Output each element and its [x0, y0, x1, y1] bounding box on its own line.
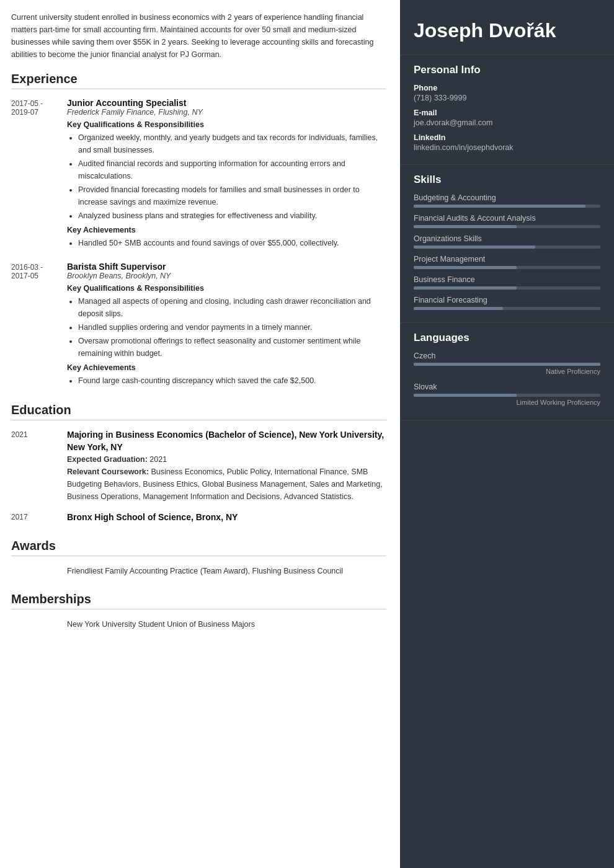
skills-section: Skills Budgeting & AccountingFinancial A…: [400, 165, 614, 323]
phone-label: Phone: [414, 84, 600, 92]
exp-qual-item-0-1: Audited financial records and supporting…: [78, 157, 386, 182]
awards-container: Friendliest Family Accounting Practice (…: [11, 565, 386, 577]
languages-container: CzechNative ProficiencySlovakLimited Wor…: [414, 352, 600, 406]
exp-qual-item-1-2: Oversaw promotional offerings to reflect…: [78, 335, 386, 360]
summary-text: Current university student enrolled in b…: [11, 11, 386, 61]
exp-company-0: Frederick Family Finance, Flushing, NY: [67, 108, 386, 117]
exp-qual-item-0-2: Provided financial forecasting models fo…: [78, 184, 386, 208]
edu-year-0: 2021: [11, 429, 67, 503]
skill-bar-fill-5: [414, 307, 503, 310]
skill-item-1: Financial Audits & Account Analysis: [414, 214, 600, 228]
award-entry-0: Friendliest Family Accounting Practice (…: [11, 565, 386, 577]
exp-dates-0: 2017-05 - 2019-07: [11, 98, 67, 250]
edu-expected-0: Expected Graduation: 2021: [67, 455, 386, 464]
left-panel: Current university student enrolled in b…: [0, 0, 400, 868]
lang-bar-bg-0: [414, 363, 600, 366]
exp-ach-list-0: Handled 50+ SMB accounts and found savin…: [67, 237, 386, 249]
memberships-container: New York University Student Union of Bus…: [11, 618, 386, 631]
skill-bar-bg-5: [414, 307, 600, 310]
lang-name-1: Slovak: [414, 383, 600, 391]
exp-content-1: Barista Shift SupervisorBrooklyn Beans, …: [67, 262, 386, 388]
edu-title-0: Majoring in Business Economics (Bachelor…: [67, 429, 386, 453]
exp-title-1: Barista Shift Supervisor: [67, 262, 386, 272]
skill-item-2: Organizations Skills: [414, 234, 600, 249]
name-block: Joseph Dvořák: [400, 0, 614, 55]
skill-bar-fill-3: [414, 266, 517, 269]
exp-qual-list-1: Managed all aspects of opening and closi…: [67, 295, 386, 360]
exp-qual-item-1-1: Handled supplies ordering and vendor pay…: [78, 321, 386, 334]
membership-entry-0: New York University Student Union of Bus…: [11, 618, 386, 631]
education-section: Education 2021Majoring in Business Econo…: [11, 403, 386, 524]
skill-name-2: Organizations Skills: [414, 234, 600, 243]
skill-bar-fill-0: [414, 205, 585, 208]
skill-name-5: Financial Forecasting: [414, 296, 600, 304]
skill-name-0: Budgeting & Accounting: [414, 193, 600, 202]
phone-value: (718) 333-9999: [414, 94, 600, 102]
edu-year-1: 2017: [11, 512, 67, 524]
email-label: E-mail: [414, 108, 600, 117]
skill-bar-bg-2: [414, 246, 600, 249]
lang-level-0: Native Proficiency: [414, 368, 600, 375]
linkedin-value: linkedin.com/in/josephdvorak: [414, 143, 600, 152]
experience-section: Experience 2017-05 - 2019-07Junior Accou…: [11, 72, 386, 388]
exp-ach-item-0-0: Handled 50+ SMB accounts and found savin…: [78, 237, 386, 249]
awards-section: Awards Friendliest Family Accounting Pra…: [11, 539, 386, 577]
lang-bar-bg-1: [414, 394, 600, 397]
award-content-0: Friendliest Family Accounting Practice (…: [67, 565, 386, 577]
exp-company-1: Brooklyn Beans, Brooklyn, NY: [67, 272, 386, 280]
skills-container: Budgeting & AccountingFinancial Audits &…: [414, 193, 600, 310]
exp-qual-item-0-0: Organized weekly, monthly, and yearly bu…: [78, 131, 386, 156]
exp-qual-label-0: Key Qualifications & Responsibilities: [67, 120, 386, 129]
skill-name-4: Business Finance: [414, 275, 600, 284]
skill-name-1: Financial Audits & Account Analysis: [414, 214, 600, 223]
exp-content-0: Junior Accounting SpecialistFrederick Fa…: [67, 98, 386, 250]
skill-bar-fill-1: [414, 225, 517, 228]
skill-bar-bg-3: [414, 266, 600, 269]
membership-content-0: New York University Student Union of Bus…: [67, 618, 386, 631]
right-panel: Joseph Dvořák Personal Info Phone (718) …: [400, 0, 614, 868]
memberships-section: Memberships New York University Student …: [11, 592, 386, 631]
skill-name-3: Project Management: [414, 255, 600, 264]
education-title: Education: [11, 403, 386, 420]
skill-bar-fill-2: [414, 246, 535, 249]
edu-content-1: Bronx High School of Science, Bronx, NY: [67, 512, 386, 524]
skill-bar-bg-0: [414, 205, 600, 208]
experience-entry-1: 2016-03 - 2017-05Barista Shift Superviso…: [11, 262, 386, 388]
experience-container: 2017-05 - 2019-07Junior Accounting Speci…: [11, 98, 386, 388]
exp-qual-list-0: Organized weekly, monthly, and yearly bu…: [67, 131, 386, 222]
memberships-title: Memberships: [11, 592, 386, 609]
exp-qual-label-1: Key Qualifications & Responsibilities: [67, 284, 386, 293]
experience-title: Experience: [11, 72, 386, 89]
exp-ach-item-1-0: Found large cash-counting discrepancy wh…: [78, 374, 386, 387]
personal-info-title: Personal Info: [414, 64, 600, 76]
skill-item-3: Project Management: [414, 255, 600, 269]
skill-item-5: Financial Forecasting: [414, 296, 600, 310]
lang-item-1: SlovakLimited Working Proficiency: [414, 383, 600, 406]
email-value: joe.dvorak@gmail.com: [414, 118, 600, 127]
linkedin-label: LinkedIn: [414, 133, 600, 142]
skill-bar-fill-4: [414, 286, 517, 290]
education-container: 2021Majoring in Business Economics (Bach…: [11, 429, 386, 524]
lang-bar-fill-1: [414, 394, 517, 397]
skills-title: Skills: [414, 174, 600, 186]
exp-ach-label-0: Key Achievements: [67, 226, 386, 234]
languages-title: Languages: [414, 332, 600, 344]
skill-bar-bg-1: [414, 225, 600, 228]
skill-bar-bg-4: [414, 286, 600, 290]
personal-info-section: Personal Info Phone (718) 333-9999 E-mai…: [400, 55, 614, 165]
skill-item-4: Business Finance: [414, 275, 600, 290]
exp-ach-list-1: Found large cash-counting discrepancy wh…: [67, 374, 386, 387]
lang-level-1: Limited Working Proficiency: [414, 399, 600, 406]
awards-title: Awards: [11, 539, 386, 556]
membership-indent-0: [11, 618, 67, 631]
exp-ach-label-1: Key Achievements: [67, 363, 386, 372]
edu-entry-0: 2021Majoring in Business Economics (Bach…: [11, 429, 386, 503]
edu-content-0: Majoring in Business Economics (Bachelor…: [67, 429, 386, 503]
exp-title-0: Junior Accounting Specialist: [67, 98, 386, 108]
edu-title-1: Bronx High School of Science, Bronx, NY: [67, 512, 386, 524]
exp-qual-item-0-3: Analyzed business plans and strategies f…: [78, 210, 386, 222]
languages-section: Languages CzechNative ProficiencySlovakL…: [400, 323, 614, 420]
edu-coursework-0: Relevant Coursework: Business Economics,…: [67, 466, 386, 503]
exp-dates-1: 2016-03 - 2017-05: [11, 262, 67, 388]
exp-qual-item-1-0: Managed all aspects of opening and closi…: [78, 295, 386, 320]
